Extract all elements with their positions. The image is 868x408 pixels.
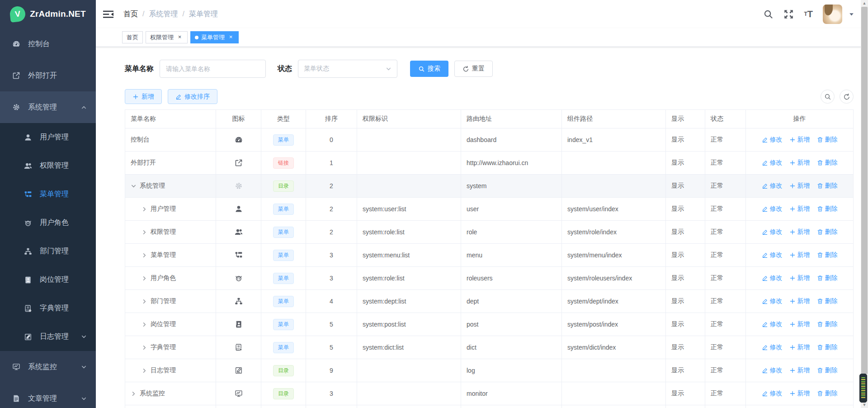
page-scrollbar[interactable]: ▲ ▼ <box>861 0 868 408</box>
add-menu-button[interactable]: 新增 <box>125 89 162 104</box>
sidebar-item[interactable]: 用户角色 <box>0 209 96 237</box>
edit-button[interactable]: 修改 <box>762 343 783 351</box>
delete-button[interactable]: 删除 <box>817 182 838 190</box>
delete-button[interactable]: 删除 <box>817 343 838 351</box>
search-button[interactable]: 搜索 <box>410 61 448 77</box>
add-button[interactable]: 新增 <box>789 297 810 305</box>
sidebar-item[interactable]: 系统监控 <box>0 351 96 383</box>
caret-down-icon[interactable] <box>849 11 854 17</box>
add-button[interactable]: 新增 <box>789 389 810 398</box>
browser-extension-widget[interactable] <box>859 374 867 403</box>
menu-name-input[interactable] <box>160 60 266 78</box>
delete-button[interactable]: 删除 <box>817 366 838 375</box>
sidebar-item[interactable]: 外部打开 <box>0 60 96 91</box>
add-button[interactable]: 新增 <box>789 320 810 328</box>
edit-button[interactable]: 修改 <box>762 251 783 259</box>
collapse-row-icon[interactable] <box>131 183 137 189</box>
sidebar-item[interactable]: 菜单管理 <box>0 180 96 209</box>
user-avatar[interactable] <box>823 5 842 24</box>
edit-button[interactable]: 修改 <box>762 182 783 190</box>
table-row[interactable]: 日志管理目录9log显示正常修改新增删除 <box>125 359 853 382</box>
expand-row-icon[interactable] <box>142 345 147 351</box>
delete-button[interactable]: 删除 <box>817 205 838 213</box>
sidebar-item[interactable]: 字典管理 <box>0 294 96 323</box>
sidebar-item[interactable]: 控制台 <box>0 28 96 60</box>
sidebar-item[interactable]: 系统管理 <box>0 91 96 123</box>
edit-button[interactable]: 修改 <box>762 136 783 144</box>
sidebar-item[interactable]: 日志管理 <box>0 323 96 351</box>
tab-item[interactable]: 菜单管理× <box>190 31 239 43</box>
show-search-toggle-icon[interactable] <box>821 90 835 104</box>
delete-button[interactable]: 删除 <box>817 320 838 328</box>
tab-item[interactable]: 权限管理× <box>146 31 188 43</box>
table-row[interactable]: 外部打开链接1http://www.izhaorui.cn显示正常修改新增删除 <box>125 152 853 175</box>
edit-button[interactable]: 修改 <box>762 159 783 167</box>
breadcrumb-item[interactable]: 首页 <box>123 9 138 19</box>
sidebar-item[interactable]: 用户管理 <box>0 123 96 152</box>
delete-button[interactable]: 删除 <box>817 228 838 236</box>
add-button[interactable]: 新增 <box>789 251 810 259</box>
edit-button[interactable]: 修改 <box>762 228 783 236</box>
sidebar-item-label: 用户管理 <box>40 133 69 142</box>
reset-button[interactable]: 重置 <box>454 61 493 77</box>
sidebar-item[interactable]: 岗位管理 <box>0 266 96 294</box>
expand-row-icon[interactable] <box>142 206 147 212</box>
sidebar-item[interactable]: 部门管理 <box>0 237 96 266</box>
fullscreen-icon[interactable] <box>783 9 794 19</box>
table-row[interactable]: 控制台菜单0dashboardindex_v1显示正常修改新增删除 <box>125 128 853 152</box>
delete-button[interactable]: 删除 <box>817 274 838 282</box>
expand-row-icon[interactable] <box>142 322 147 327</box>
sidebar-item[interactable]: 权限管理 <box>0 152 96 180</box>
table-row[interactable]: 用户角色菜单3system:role:listroleuserssystem/r… <box>125 267 853 290</box>
add-button[interactable]: 新增 <box>789 159 810 167</box>
add-button[interactable]: 新增 <box>789 274 810 282</box>
ops-cell: 修改新增删除 <box>746 244 853 267</box>
delete-button[interactable]: 删除 <box>817 159 838 167</box>
table-row[interactable]: 用户管理菜单2system:user:listusersystem/user/i… <box>125 198 853 221</box>
edit-button[interactable]: 修改 <box>762 205 783 213</box>
expand-row-icon[interactable] <box>142 275 147 281</box>
add-button[interactable]: 新增 <box>789 136 810 144</box>
edit-button[interactable]: 修改 <box>762 297 783 305</box>
sidebar-item[interactable]: 文章管理 <box>0 383 96 408</box>
close-icon[interactable]: × <box>176 34 183 41</box>
expand-row-icon[interactable] <box>142 368 147 374</box>
expand-row-icon[interactable] <box>142 299 147 304</box>
table-row[interactable]: 字典管理菜单5system:dict:listdictsystem/dict/i… <box>125 336 853 359</box>
table-row[interactable]: 系统监控目录3monitor显示正常修改新增删除 <box>125 382 853 405</box>
app-logo[interactable]: V ZrAdmin.NET <box>0 0 96 28</box>
add-button[interactable]: 新增 <box>789 205 810 213</box>
add-button[interactable]: 新增 <box>789 182 810 190</box>
table-row[interactable]: 岗位管理菜单5system:post:listpostsystem/post/i… <box>125 313 853 336</box>
edit-button[interactable]: 修改 <box>762 366 783 375</box>
add-button[interactable]: 新增 <box>789 343 810 351</box>
delete-button[interactable]: 删除 <box>817 297 838 305</box>
table-row[interactable]: 权限管理菜单2system:role:listrolesystem/role/i… <box>125 221 853 244</box>
expand-row-icon[interactable] <box>142 229 147 235</box>
edit-sort-button[interactable]: 修改排序 <box>168 89 217 104</box>
edit-button[interactable]: 修改 <box>762 274 783 282</box>
tab-item[interactable]: 首页 <box>122 31 143 43</box>
add-button[interactable]: 新增 <box>789 228 810 236</box>
status-select[interactable]: 菜单状态 <box>298 60 397 78</box>
edit-button[interactable]: 修改 <box>762 389 783 398</box>
sidebar-collapse-icon[interactable] <box>103 10 113 19</box>
delete-button[interactable]: 删除 <box>817 251 838 259</box>
table-row[interactable]: 系统管理目录2system显示正常修改新增删除 <box>125 175 853 198</box>
close-icon[interactable]: × <box>227 34 234 41</box>
expand-row-icon[interactable] <box>142 252 147 258</box>
scrollbar-thumb[interactable] <box>861 7 868 374</box>
table-row[interactable]: 部门管理菜单4system:dept:listdeptsystem/dept/i… <box>125 290 853 313</box>
route-cell: dashboard <box>461 128 562 152</box>
refresh-table-icon[interactable] <box>840 90 854 104</box>
add-button[interactable]: 新增 <box>789 366 810 375</box>
scrollbar-down-arrow[interactable]: ▼ <box>861 402 868 408</box>
edit-button[interactable]: 修改 <box>762 320 783 328</box>
expand-row-icon[interactable] <box>131 391 137 397</box>
table-row[interactable]: 菜单管理菜单3system:menu:listmenusystem/menu/i… <box>125 244 853 267</box>
font-size-icon[interactable]: TT <box>804 9 813 19</box>
delete-button[interactable]: 删除 <box>817 389 838 398</box>
delete-button[interactable]: 删除 <box>817 136 838 144</box>
search-icon[interactable] <box>763 9 774 19</box>
scrollbar-up-arrow[interactable]: ▲ <box>861 0 868 6</box>
